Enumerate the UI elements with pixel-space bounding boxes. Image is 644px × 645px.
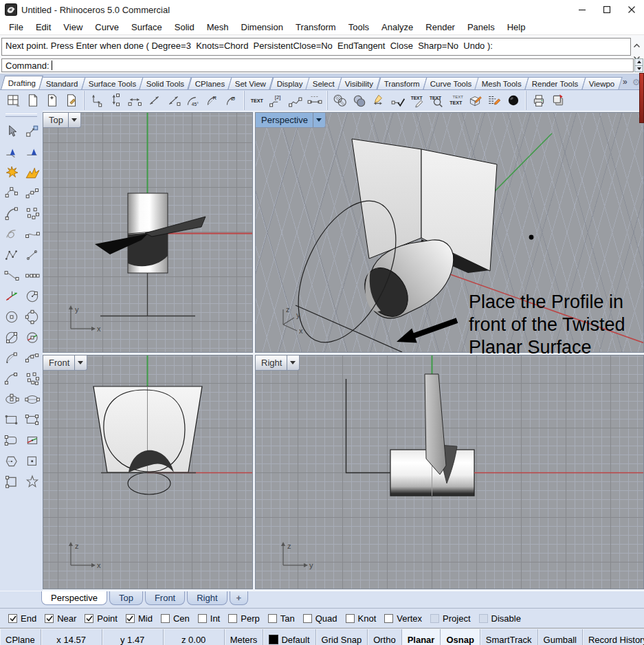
dim-rotated-icon[interactable] bbox=[164, 91, 184, 110]
status-cplane[interactable]: CPlane bbox=[0, 629, 41, 645]
status-gumball[interactable]: Gumball bbox=[538, 629, 583, 645]
sidebar-grip[interactable] bbox=[5, 113, 37, 117]
adjust-arc-icon[interactable] bbox=[1, 204, 21, 223]
maximize-button[interactable] bbox=[595, 0, 619, 19]
osnap-mid[interactable]: Mid bbox=[126, 613, 153, 624]
select-pointer-icon[interactable] bbox=[1, 122, 21, 141]
menu-edit[interactable]: Edit bbox=[30, 22, 57, 32]
checkbox-knot[interactable] bbox=[346, 614, 355, 623]
split-icon[interactable] bbox=[22, 142, 42, 162]
menu-view[interactable]: View bbox=[57, 22, 89, 32]
osnap-knot[interactable]: Knot bbox=[346, 613, 377, 624]
minimize-button[interactable] bbox=[570, 0, 595, 19]
star-icon[interactable] bbox=[22, 472, 42, 492]
command-history[interactable]: Next point. Press Enter when done ( Degr… bbox=[1, 38, 631, 56]
curve-degree-icon[interactable] bbox=[1, 184, 21, 203]
dim-radius-icon[interactable]: R bbox=[203, 91, 222, 110]
status-meters[interactable]: Meters bbox=[225, 629, 264, 645]
line-icon[interactable] bbox=[22, 245, 42, 265]
tab-standard[interactable]: Standard bbox=[39, 77, 86, 89]
viewport-label-front[interactable]: Front bbox=[43, 356, 87, 371]
viewport-tab-add[interactable]: + bbox=[230, 591, 249, 605]
checkbox-end[interactable] bbox=[8, 614, 17, 623]
render-preview-icon[interactable] bbox=[504, 91, 523, 110]
menu-tools[interactable]: Tools bbox=[342, 22, 375, 32]
osnap-perp[interactable]: Perp bbox=[228, 613, 259, 624]
rebuild-curve-icon[interactable] bbox=[22, 184, 42, 203]
dim-span-icon[interactable] bbox=[305, 91, 324, 110]
helix-icon[interactable] bbox=[1, 225, 21, 244]
circle-center-icon[interactable] bbox=[1, 307, 21, 327]
polyline-icon[interactable] bbox=[1, 245, 21, 265]
status-planar[interactable]: Planar bbox=[402, 629, 441, 645]
dim-aligned-icon[interactable] bbox=[145, 91, 164, 110]
edit-text-icon[interactable]: TEXT bbox=[408, 91, 427, 110]
status-smarttrack[interactable]: SmartTrack bbox=[480, 629, 538, 645]
menu-panels[interactable]: Panels bbox=[461, 22, 501, 32]
close-button[interactable] bbox=[619, 0, 644, 19]
viewport-layout-icon[interactable] bbox=[4, 91, 23, 110]
osnap-int[interactable]: Int bbox=[198, 613, 220, 624]
ellipse-diameter-icon[interactable] bbox=[22, 390, 42, 409]
curve-through-points-icon[interactable] bbox=[22, 225, 42, 244]
tab-set-view[interactable]: Set View bbox=[228, 77, 274, 89]
menu-file[interactable]: File bbox=[3, 22, 30, 32]
dim-horizontal-icon[interactable] bbox=[126, 91, 145, 110]
annotate-model-icon[interactable] bbox=[465, 91, 485, 110]
square-icon[interactable] bbox=[1, 472, 21, 492]
rectangle-icon[interactable] bbox=[1, 411, 21, 430]
checkbox-mid[interactable] bbox=[126, 614, 135, 623]
menu-dimension[interactable]: Dimension bbox=[235, 22, 289, 32]
line-segments-icon[interactable] bbox=[22, 266, 42, 285]
status-osnap[interactable]: Osnap bbox=[441, 629, 480, 645]
tab-transform[interactable]: Transform bbox=[377, 77, 427, 89]
text-block-icon[interactable]: TEXT bbox=[247, 91, 267, 110]
viewport-label-perspective[interactable]: Perspective bbox=[256, 113, 326, 128]
osnap-tan[interactable]: Tan bbox=[268, 613, 295, 624]
tab-curve-tools[interactable]: Curve Tools bbox=[423, 77, 479, 89]
hatch-icon[interactable] bbox=[331, 91, 350, 110]
leader-icon[interactable] bbox=[286, 91, 305, 110]
status-record-history[interactable]: Record History bbox=[583, 629, 644, 645]
viewport-tab-perspective[interactable]: Perspective bbox=[41, 591, 107, 605]
dim-diameter-icon[interactable]: Ø bbox=[222, 91, 241, 110]
tab-select[interactable]: Select bbox=[306, 77, 342, 89]
osnap-point[interactable]: Point bbox=[85, 613, 118, 624]
menu-analyze[interactable]: Analyze bbox=[375, 22, 419, 32]
checkbox-quad[interactable] bbox=[303, 614, 312, 623]
chevron-down-icon[interactable] bbox=[68, 113, 80, 127]
control-points-icon[interactable] bbox=[22, 204, 42, 223]
status-grid-snap[interactable]: Grid Snap bbox=[316, 629, 368, 645]
spinner-down-icon[interactable] bbox=[635, 66, 643, 72]
blend-curve-icon[interactable] bbox=[1, 266, 21, 285]
point-cloud-icon[interactable] bbox=[22, 369, 42, 389]
notes-icon[interactable] bbox=[485, 91, 504, 110]
explode-icon[interactable] bbox=[1, 163, 21, 182]
checkbox-int[interactable] bbox=[198, 614, 207, 623]
spinner-up-icon[interactable] bbox=[635, 59, 643, 66]
new-page-icon[interactable] bbox=[23, 91, 43, 110]
osnap-end[interactable]: End bbox=[8, 613, 36, 624]
arc-3pt-icon[interactable] bbox=[22, 349, 42, 368]
status-default[interactable]: Default bbox=[263, 629, 315, 645]
dim-horizontal-vertical-icon[interactable] bbox=[87, 91, 107, 110]
tab-cplanes[interactable]: CPlanes bbox=[188, 77, 232, 89]
command-input[interactable]: Command: bbox=[1, 58, 634, 72]
menu-help[interactable]: Help bbox=[501, 22, 532, 32]
menu-solid[interactable]: Solid bbox=[168, 22, 201, 32]
page-setup-icon[interactable] bbox=[62, 91, 81, 110]
viewport-top[interactable]: y x Top bbox=[43, 112, 253, 353]
viewport-label-top[interactable]: Top bbox=[43, 113, 81, 128]
osnap-vertex[interactable]: Vertex bbox=[384, 613, 422, 624]
tab-display[interactable]: Display bbox=[269, 77, 310, 89]
viewport-tab-right[interactable]: Right bbox=[187, 591, 227, 605]
tab-viewpo[interactable]: Viewpo bbox=[581, 77, 622, 89]
checkbox-point[interactable] bbox=[85, 614, 93, 623]
print-icon[interactable] bbox=[529, 91, 548, 110]
rounded-rectangle-icon[interactable] bbox=[1, 431, 21, 450]
trim-icon[interactable] bbox=[1, 142, 21, 162]
polygon-center-icon[interactable] bbox=[22, 452, 42, 471]
tab-surface-tools[interactable]: Surface Tools bbox=[81, 77, 144, 89]
leader-bracket-icon[interactable]: [2] bbox=[267, 91, 286, 110]
arc-tangent-icon[interactable] bbox=[1, 369, 21, 389]
